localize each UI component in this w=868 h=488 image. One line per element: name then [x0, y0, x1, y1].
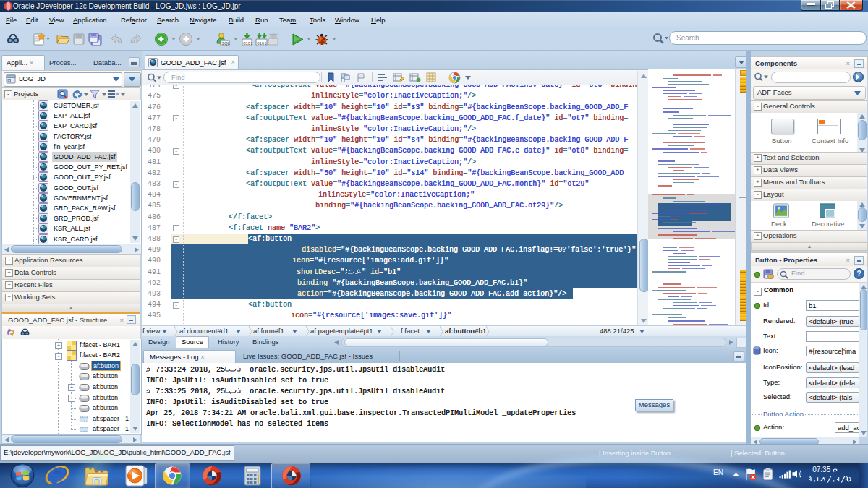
svg-text:?: ? [857, 270, 861, 278]
svg-text:SQL: SQL [222, 41, 230, 46]
svg-text:0101: 0101 [243, 41, 253, 46]
